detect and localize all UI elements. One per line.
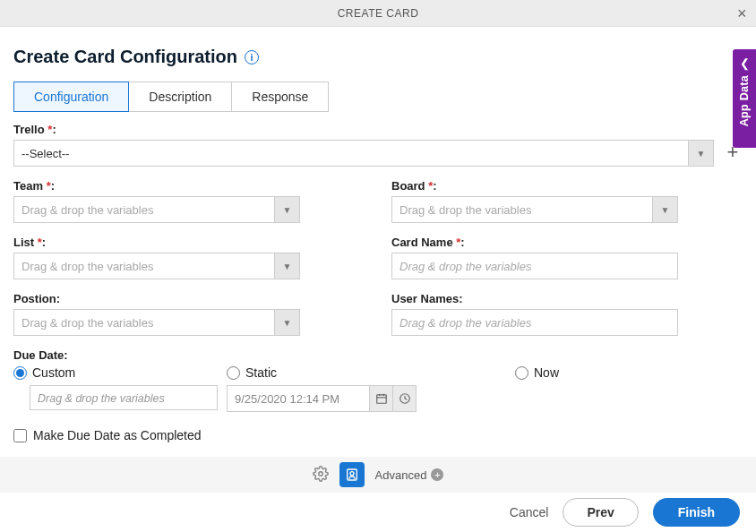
team-label: Team *: [13, 179, 365, 193]
tab-description[interactable]: Description [129, 82, 232, 112]
app-data-label: App Data [738, 75, 751, 126]
list-field[interactable]: ▼ [13, 253, 300, 279]
due-date-custom-radio-input[interactable] [13, 366, 27, 380]
board-input[interactable] [391, 196, 653, 223]
position-field[interactable]: ▼ [13, 309, 300, 336]
list-input[interactable] [13, 253, 275, 279]
calendar-icon[interactable] [370, 385, 393, 412]
advanced-bar: Advanced + [0, 457, 756, 493]
close-icon[interactable]: × [737, 0, 747, 27]
finish-button[interactable]: Finish [653, 498, 740, 527]
plus-circle-icon: + [431, 468, 443, 481]
make-due-date-completed-checkbox-input[interactable] [13, 429, 27, 442]
dialog-footer: Cancel Prev Finish [0, 493, 756, 532]
team-input[interactable] [13, 196, 275, 223]
user-names-input[interactable] [391, 309, 678, 336]
list-label: List *: [13, 236, 365, 249]
team-field[interactable]: ▼ [13, 196, 300, 223]
position-input[interactable] [13, 309, 275, 336]
svg-point-7 [350, 472, 354, 476]
chevron-down-icon[interactable]: ▼ [653, 196, 678, 223]
tab-configuration[interactable]: Configuration [13, 82, 129, 112]
user-names-label: User Names: [391, 292, 743, 305]
chevron-down-icon[interactable]: ▼ [275, 196, 300, 223]
info-icon[interactable]: i [245, 50, 259, 64]
trello-select[interactable]: --Select-- ▼ [13, 140, 714, 167]
cancel-button[interactable]: Cancel [510, 505, 549, 519]
due-date-static-value[interactable]: 9/25/2020 12:14 PM [227, 385, 370, 412]
chevron-down-icon[interactable]: ▼ [689, 140, 714, 167]
tabs: Configuration Description Response [13, 82, 743, 112]
due-date-now-radio-input[interactable] [515, 366, 528, 380]
advanced-toggle[interactable]: Advanced + [375, 468, 444, 482]
card-name-label: Card Name *: [391, 236, 743, 249]
position-label: Postion: [13, 292, 365, 305]
board-field[interactable]: ▼ [391, 196, 678, 223]
clock-icon[interactable] [393, 385, 417, 412]
dialog-header: CREATE CARD × [0, 0, 756, 27]
chevron-left-icon: ❮ [740, 56, 750, 70]
due-date-label: Due Date: [13, 348, 743, 362]
trello-select-value: --Select-- [13, 140, 689, 167]
card-name-input[interactable] [391, 253, 678, 279]
due-date-static-radio-input[interactable] [227, 366, 240, 380]
page-title: Create Card Configuration [13, 47, 237, 67]
due-date-static-radio[interactable]: Static [227, 365, 417, 380]
board-label: Board *: [391, 179, 743, 193]
svg-rect-0 [376, 395, 386, 403]
dialog-title: CREATE CARD [338, 7, 419, 20]
app-data-panel-toggle[interactable]: ❮ App Data [733, 49, 756, 148]
due-date-now-radio[interactable]: Now [515, 365, 559, 380]
svg-point-5 [318, 471, 322, 476]
due-date-custom-input[interactable] [30, 385, 218, 410]
tab-response[interactable]: Response [232, 82, 329, 112]
gear-icon[interactable] [313, 466, 329, 485]
chevron-down-icon[interactable]: ▼ [275, 309, 300, 336]
user-card-icon[interactable] [339, 462, 365, 487]
trello-label: Trello *: [13, 123, 743, 136]
required-mark: * [47, 123, 52, 136]
chevron-down-icon[interactable]: ▼ [275, 253, 300, 279]
make-due-date-completed-checkbox[interactable]: Make Due Date as Completed [13, 428, 743, 442]
prev-button[interactable]: Prev [563, 498, 638, 527]
due-date-custom-radio[interactable]: Custom [13, 365, 218, 380]
